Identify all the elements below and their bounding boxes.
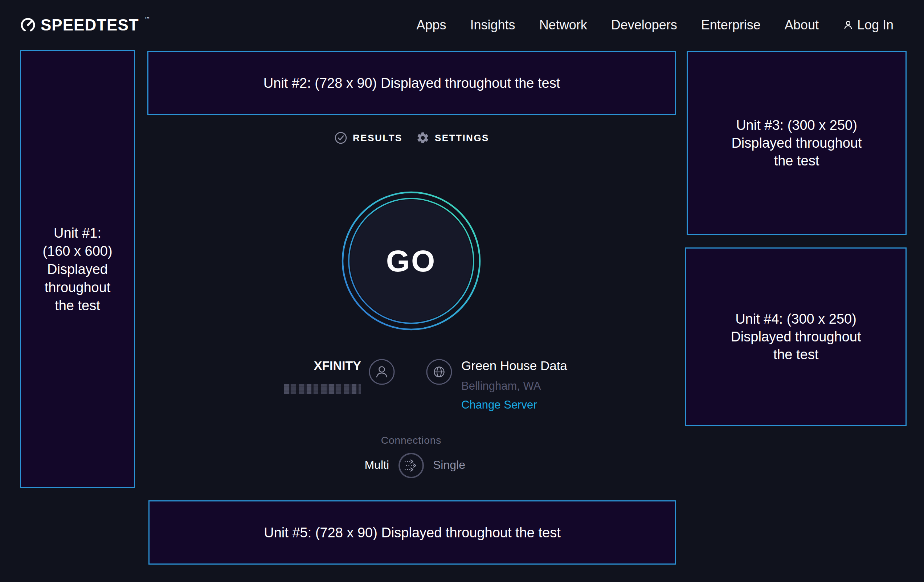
user-icon: [843, 20, 854, 30]
speedtest-logo[interactable]: SPEEDTEST ™: [20, 0, 150, 50]
ad-unit-4-line: Unit #4: (300 x 250): [735, 310, 856, 328]
ad-unit-1-line: throughout: [45, 278, 111, 297]
ad-unit-3-line: Unit #3: (300 x 250): [736, 117, 857, 134]
go-button[interactable]: GO: [342, 191, 481, 331]
ad-unit-4-line: the test: [773, 346, 819, 364]
nav-item-about[interactable]: About: [785, 17, 819, 33]
server-globe-icon: [425, 358, 453, 387]
gauge-logo-icon: [20, 17, 36, 33]
tab-settings-label: SETTINGS: [435, 132, 489, 144]
nav-item-apps[interactable]: Apps: [416, 17, 446, 33]
ad-unit-3[interactable]: Unit #3: (300 x 250) Displayed throughou…: [686, 51, 907, 235]
connections-toggle-button[interactable]: [398, 452, 425, 479]
speedtest-page: SPEEDTEST ™ Apps Insights Network Develo…: [0, 0, 924, 582]
isp-user-icon: [368, 358, 396, 387]
check-circle-icon: [334, 131, 347, 144]
login-label: Log In: [857, 17, 894, 33]
logo-trademark: ™: [144, 15, 150, 21]
login-button[interactable]: Log In: [843, 17, 894, 33]
tab-results-label: RESULTS: [353, 132, 403, 144]
nav-item-enterprise[interactable]: Enterprise: [701, 17, 761, 33]
ad-unit-2[interactable]: Unit #2: (728 x 90) Displayed throughout…: [147, 51, 676, 115]
ad-unit-5-text: Unit #5: (728 x 90) Displayed throughout…: [264, 524, 560, 542]
nav-item-developers[interactable]: Developers: [611, 17, 677, 33]
ad-unit-1-line: (160 x 600): [43, 242, 112, 260]
tab-results[interactable]: RESULTS: [334, 131, 403, 144]
ad-unit-5[interactable]: Unit #5: (728 x 90) Displayed throughout…: [148, 500, 676, 565]
connections-multi-option[interactable]: Multi: [338, 458, 389, 472]
ad-unit-1-line: the test: [55, 297, 100, 315]
isp-name: XFINITY: [276, 358, 361, 373]
tabs-row: RESULTS SETTINGS: [147, 131, 676, 144]
server-location: Bellingham, WA: [461, 379, 541, 392]
ad-unit-3-line: the test: [774, 152, 820, 170]
server-name: Green House Data: [461, 358, 567, 373]
go-button-label: GO: [342, 191, 481, 331]
ad-unit-4-line: Displayed throughout: [731, 328, 861, 346]
nav-item-insights[interactable]: Insights: [470, 17, 515, 33]
change-server-link[interactable]: Change Server: [461, 398, 537, 411]
multi-arrows-icon: [398, 452, 425, 479]
ad-unit-1-line: Displayed: [47, 260, 108, 278]
ad-unit-3-line: Displayed throughout: [731, 134, 861, 152]
isp-ip-redacted: [284, 384, 361, 394]
nav-item-network[interactable]: Network: [539, 17, 587, 33]
ad-unit-1-line: Unit #1:: [54, 224, 101, 242]
tab-settings[interactable]: SETTINGS: [416, 131, 489, 144]
ad-unit-2-text: Unit #2: (728 x 90) Displayed throughout…: [264, 74, 560, 92]
gear-icon: [416, 131, 429, 144]
top-nav: SPEEDTEST ™ Apps Insights Network Develo…: [0, 0, 924, 50]
ad-unit-1[interactable]: Unit #1: (160 x 600) Displayed throughou…: [20, 50, 135, 488]
ad-unit-4[interactable]: Unit #4: (300 x 250) Displayed throughou…: [685, 247, 907, 426]
connections-single-option[interactable]: Single: [433, 458, 465, 472]
connections-heading: Connections: [375, 435, 447, 446]
nav-links: Apps Insights Network Developers Enterpr…: [416, 0, 894, 50]
logo-wordmark: SPEEDTEST: [41, 16, 139, 34]
